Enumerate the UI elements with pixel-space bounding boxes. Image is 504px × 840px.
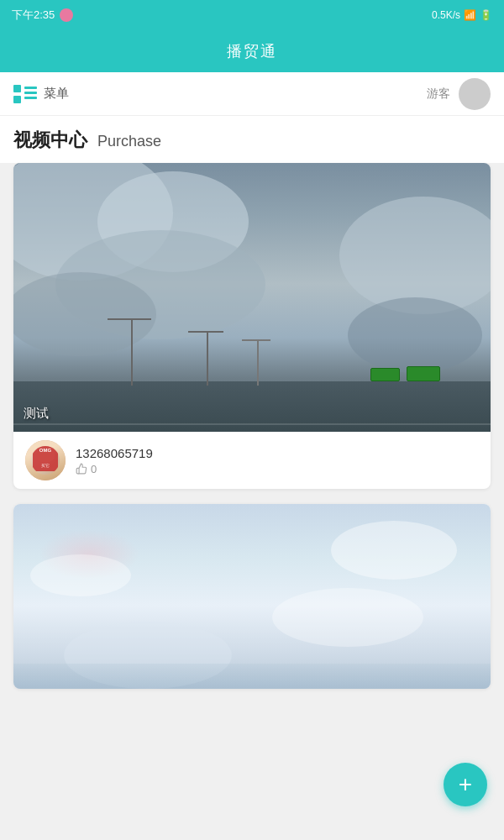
video-card-2[interactable] <box>13 504 491 689</box>
street-light-3 <box>257 339 259 386</box>
light-cloud-2 <box>30 554 131 596</box>
cloud-5 <box>13 272 156 356</box>
card-footer-1: OMG 买它 13268065719 0 <box>13 432 491 489</box>
app-header: 播贸通 <box>0 30 504 72</box>
status-left: 下午2:35 <box>12 8 73 23</box>
nav-bar: 菜单 游客 <box>0 72 504 116</box>
network-speed: 0.5K/s <box>432 9 460 21</box>
sky-scene-2 <box>13 504 491 689</box>
card-likes-1: 0 <box>76 463 479 475</box>
nav-left[interactable]: 菜单 <box>13 85 69 103</box>
video-thumbnail-1[interactable]: 测试 <box>13 163 491 432</box>
status-app-icon <box>60 8 73 22</box>
svg-rect-3 <box>24 92 37 94</box>
horizon <box>13 664 491 689</box>
video-overlay-text-1: 测试 <box>24 406 49 422</box>
app-title: 播贸通 <box>227 41 277 61</box>
svg-rect-0 <box>13 85 21 92</box>
cloud-3 <box>339 197 491 314</box>
card-username-1: 13268065719 <box>76 446 479 460</box>
card-info-1: 13268065719 0 <box>76 446 479 475</box>
user-avatar-1: OMG 买它 <box>25 440 66 480</box>
page-title: 视频中心 <box>13 128 87 153</box>
page-title-bar: 视频中心 Purchase <box>0 116 504 163</box>
status-bar: 下午2:35 0.5K/s 📶 🔋 <box>0 0 504 30</box>
purchase-label: Purchase <box>97 133 161 150</box>
svg-rect-4 <box>24 97 37 99</box>
svg-rect-2 <box>24 87 37 89</box>
road-sign-1 <box>407 366 440 381</box>
sky-scene-1: 测试 <box>13 163 491 432</box>
svg-rect-1 <box>13 96 21 103</box>
thumbs-up-icon <box>76 463 87 475</box>
road-line <box>13 423 491 425</box>
menu-label[interactable]: 菜单 <box>44 86 69 102</box>
visitor-label: 游客 <box>427 87 450 102</box>
street-light-1 <box>131 318 133 386</box>
street-light-2 <box>207 331 208 386</box>
ground <box>13 381 491 432</box>
fab-add-button[interactable]: + <box>444 763 487 806</box>
fab-plus-icon: + <box>459 773 472 796</box>
battery-icon: 🔋 <box>480 9 492 21</box>
signal-icon: 📶 <box>464 9 476 21</box>
light-cloud-1 <box>331 521 457 580</box>
grid-lines-icon <box>13 85 37 103</box>
content-area: 测试 OMG 买它 13268065719 <box>0 163 504 689</box>
light-cloud-3 <box>272 588 423 647</box>
video-card-1[interactable]: 测试 OMG 买它 13268065719 <box>13 163 491 489</box>
nav-right: 游客 <box>427 78 491 110</box>
menu-icon-group <box>13 85 37 103</box>
likes-count-1: 0 <box>91 463 97 475</box>
status-time: 下午2:35 <box>12 8 55 23</box>
user-avatar-nav[interactable] <box>459 78 491 110</box>
avatar-inner-1: OMG 买它 <box>25 440 66 480</box>
status-right: 0.5K/s 📶 🔋 <box>432 9 492 21</box>
cloud-6 <box>348 297 482 373</box>
road-sign-2 <box>370 368 400 381</box>
